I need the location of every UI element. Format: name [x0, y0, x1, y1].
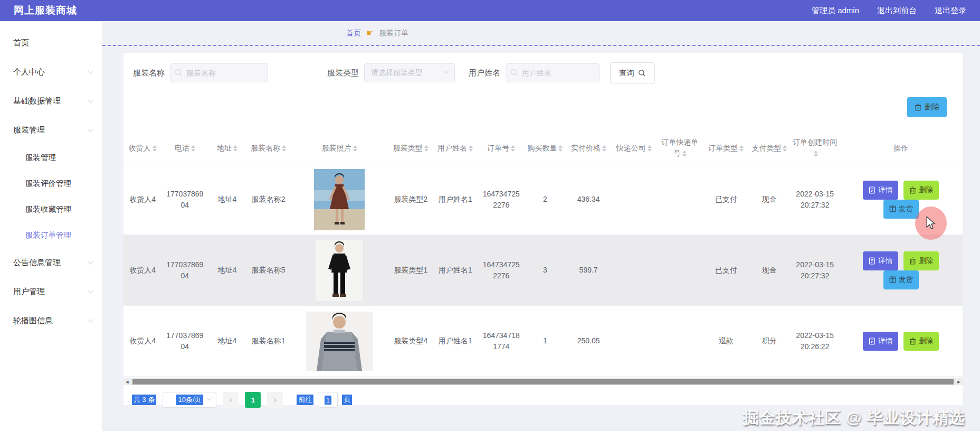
logout-link[interactable]: 退出登录	[935, 6, 966, 16]
column-header-created[interactable]: 订单创建时间	[791, 132, 839, 164]
sort-caret-icon[interactable]	[739, 145, 744, 152]
remove-button[interactable]: 删除	[903, 332, 939, 351]
pagination: 共 3 条 10条/页 ‹ 1 › 前往 1 页	[132, 392, 963, 408]
user-name-input[interactable]	[506, 63, 600, 82]
column-header-order_type[interactable]: 订单类型	[704, 132, 748, 164]
column-header-label: 地址	[217, 144, 232, 152]
column-header-photo[interactable]: 服装照片	[291, 132, 388, 164]
next-page-button[interactable]: ›	[267, 392, 283, 408]
sidebar-item-0[interactable]: 首页	[0, 29, 102, 58]
sidebar-item-8[interactable]: 公告信息管理	[0, 248, 102, 277]
brand-title: 网上服装商城	[14, 4, 77, 17]
exit-to-front-link[interactable]: 退出到前台	[877, 6, 917, 16]
goto-page-input[interactable]: 1	[318, 392, 338, 408]
cell-pay_type: 现金	[748, 164, 791, 235]
scroll-left-arrow-icon[interactable]: ◄	[123, 378, 131, 385]
batch-delete-button[interactable]: 删除	[907, 97, 947, 117]
column-header-clothes_name[interactable]: 服装名称	[246, 132, 291, 164]
remove-button[interactable]: 删除	[903, 181, 939, 200]
sidebar-item-5[interactable]: 服装评价管理	[0, 171, 102, 196]
clothes-photo-woman-dress	[314, 169, 365, 230]
page-number-1[interactable]: 1	[245, 392, 261, 408]
cell-courier	[612, 164, 656, 235]
sort-caret-icon[interactable]	[424, 145, 429, 152]
cell-photo	[291, 164, 388, 235]
sidebar-item-4[interactable]: 服装管理	[0, 145, 102, 171]
sidebar-item-9[interactable]: 用户管理	[0, 277, 102, 306]
pagination-total: 共 3 条	[132, 395, 156, 405]
scrollbar-thumb[interactable]	[132, 379, 954, 385]
sidebar-item-label: 个人中心	[13, 67, 89, 77]
cell-clothes_name: 服装名称1	[246, 306, 291, 377]
admin-user-label[interactable]: 管理员 admin	[812, 6, 859, 16]
filter-bar: 服装名称 服装类型 请选择服装类型 用户姓	[123, 53, 963, 83]
table-toolbar: 删除	[123, 97, 947, 117]
ship-button[interactable]: 发货	[883, 270, 919, 289]
sort-caret-icon[interactable]	[282, 145, 286, 152]
cell-phone: 17703786904	[161, 235, 208, 306]
column-header-tracking_no[interactable]: 订单快递单号	[656, 132, 703, 164]
column-header-user_name[interactable]: 用户姓名	[433, 132, 477, 164]
sidebar-item-label: 首页	[13, 38, 92, 48]
cell-tracking_no	[656, 235, 703, 306]
sidebar-item-2[interactable]: 基础数据管理	[0, 87, 102, 116]
cell-user_name: 用户姓名1	[433, 235, 477, 306]
sort-caret-icon[interactable]	[814, 151, 818, 157]
sort-caret-icon[interactable]	[558, 145, 563, 152]
sort-caret-icon[interactable]	[191, 145, 195, 152]
cell-actions: 详情删除	[839, 306, 963, 377]
sidebar-item-6[interactable]: 服装收藏管理	[0, 196, 102, 222]
sort-caret-icon[interactable]	[682, 151, 687, 157]
scroll-right-arrow-icon[interactable]: ►	[955, 378, 963, 385]
column-header-actions: 操作	[839, 132, 963, 164]
clothes-type-select[interactable]: 请选择服装类型	[364, 63, 455, 82]
sort-caret-icon[interactable]	[511, 145, 515, 152]
main-area: 首页 ☛ 服装订单 服装名称 服装类型	[102, 21, 980, 431]
sidebar-item-label: 服装管理	[13, 125, 89, 135]
cell-photo	[291, 306, 388, 377]
column-header-consignee[interactable]: 收货人	[123, 132, 161, 164]
prev-page-button[interactable]: ‹	[223, 392, 239, 408]
detail-button[interactable]: 详情	[863, 332, 898, 351]
column-header-phone[interactable]: 电话	[161, 132, 208, 164]
column-header-pay_type[interactable]: 支付类型	[748, 132, 791, 164]
column-header-order_no[interactable]: 订单号	[478, 132, 525, 164]
sidebar-item-7[interactable]: 服装订单管理	[0, 222, 102, 248]
cell-tracking_no	[656, 306, 703, 377]
ship-button[interactable]: 发货	[883, 200, 919, 219]
horizontal-scrollbar[interactable]: ◄ ►	[123, 378, 963, 385]
query-button[interactable]: 查询	[610, 62, 655, 83]
sidebar-item-3[interactable]: 服装管理	[0, 116, 102, 145]
column-header-price[interactable]: 实付价格	[565, 132, 612, 164]
column-header-address[interactable]: 地址	[208, 132, 246, 164]
clothes-name-input[interactable]	[170, 63, 268, 82]
cell-order_type: 已支付	[704, 164, 748, 235]
breadcrumb-current: 服装订单	[379, 29, 408, 38]
breadcrumb-home-link[interactable]: 首页	[346, 29, 361, 38]
column-header-quantity[interactable]: 购买数量	[525, 132, 565, 164]
sort-caret-icon[interactable]	[648, 145, 652, 152]
detail-button[interactable]: 详情	[863, 251, 898, 270]
detail-button[interactable]: 详情	[863, 181, 898, 200]
remove-button[interactable]: 删除	[903, 251, 939, 270]
sort-caret-icon[interactable]	[469, 145, 473, 152]
sort-caret-icon[interactable]	[602, 145, 606, 152]
cell-created: 2022-03-15 20:27:32	[791, 235, 839, 306]
sort-caret-icon[interactable]	[783, 145, 787, 152]
column-header-courier[interactable]: 快递公司	[612, 132, 656, 164]
mouse-cursor	[925, 216, 937, 230]
cell-price: 599.7	[565, 235, 612, 306]
column-header-label: 订单号	[487, 144, 509, 152]
sort-caret-icon[interactable]	[353, 145, 357, 152]
user-name-label: 用户姓名	[469, 68, 500, 78]
column-header-clothes_type[interactable]: 服装类型	[388, 132, 433, 164]
sidebar-item-label: 服装管理	[25, 153, 92, 163]
clothes-type-label: 服装类型	[327, 68, 359, 78]
cell-courier	[612, 306, 656, 377]
clothes-name-label: 服装名称	[133, 68, 165, 78]
sidebar-item-10[interactable]: 轮播图信息	[0, 306, 102, 335]
sort-caret-icon[interactable]	[153, 145, 157, 152]
sort-caret-icon[interactable]	[233, 145, 237, 152]
page-size-select[interactable]: 10条/页	[163, 392, 216, 408]
sidebar-item-1[interactable]: 个人中心	[0, 58, 102, 87]
